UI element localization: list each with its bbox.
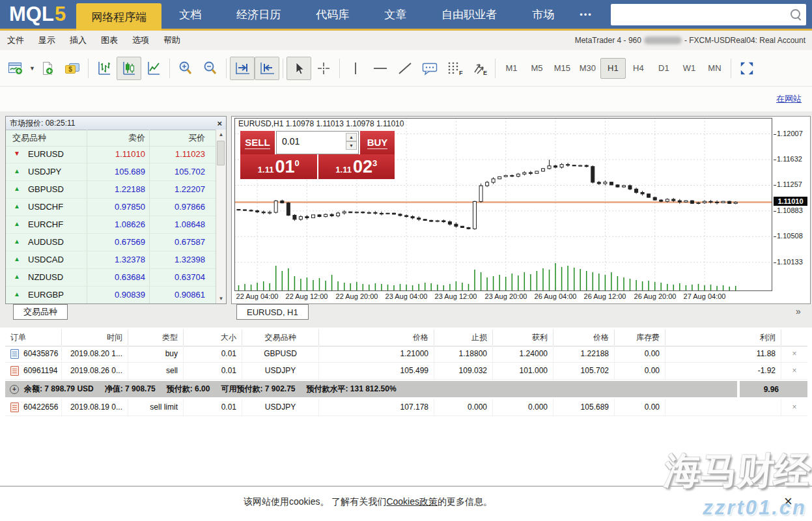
- volume-input[interactable]: [281, 135, 342, 147]
- orders-column-header[interactable]: [781, 330, 807, 346]
- menu-插入[interactable]: 插入: [63, 35, 94, 46]
- cookies-policy-link[interactable]: Cookies政策: [386, 496, 438, 507]
- horizontal-line-button[interactable]: [368, 57, 393, 80]
- column-buy[interactable]: 买价: [188, 132, 205, 144]
- menu-图表[interactable]: 图表: [94, 35, 125, 46]
- volume-field[interactable]: ▲ ▼: [276, 131, 359, 154]
- nav-item-文档[interactable]: 文档: [161, 0, 219, 29]
- orders-column-header[interactable]: 时间: [62, 330, 128, 346]
- timeframe-M1[interactable]: M1: [499, 58, 524, 79]
- orders-column-header[interactable]: 库存费: [615, 330, 665, 346]
- market-watch-titlebar[interactable]: 市场报价: 08:25:11 ×: [6, 117, 226, 130]
- orders-column-header[interactable]: 获利: [493, 330, 553, 346]
- orders-column-header[interactable]: 价格: [553, 330, 615, 346]
- menu-帮助[interactable]: 帮助: [156, 35, 188, 46]
- trendline-button[interactable]: [393, 57, 417, 80]
- tabs-more-icon[interactable]: »: [796, 306, 801, 317]
- scroll-up-icon[interactable]: ▲: [216, 130, 226, 139]
- nav-item-more[interactable]: •••: [572, 0, 600, 29]
- auto-scroll-button[interactable]: [230, 57, 255, 80]
- market-watch-row-AUDUSD[interactable]: ▲AUDUSD0.675690.67587: [6, 234, 216, 251]
- chart-shift-button[interactable]: [255, 57, 279, 80]
- line-chart-button[interactable]: [141, 57, 166, 80]
- orders-column-header[interactable]: 大小: [184, 330, 242, 346]
- market-watch-row-USDCAD[interactable]: ▲USDCAD1.323781.32398: [6, 251, 216, 269]
- volume-increase-icon[interactable]: ▲: [346, 133, 357, 141]
- indicators-button[interactable]: F: [442, 57, 467, 80]
- crosshair-button[interactable]: [311, 57, 336, 80]
- timeframe-MN[interactable]: MN: [702, 58, 727, 79]
- bar-chart-button[interactable]: [92, 57, 117, 80]
- orders-column-header[interactable]: 订单: [5, 330, 62, 346]
- orders-column-header[interactable]: 价格: [319, 330, 434, 346]
- chart-panel[interactable]: EURUSD,H1 1.10978 1.11013 1.10978 1.1101…: [231, 116, 811, 304]
- market-watch-scrollbar[interactable]: ▲ ▼: [216, 130, 226, 303]
- nav-item-市场[interactable]: 市场: [514, 0, 572, 29]
- column-symbol[interactable]: 交易品种: [12, 132, 46, 144]
- timeframe-M30[interactable]: M30: [575, 58, 600, 79]
- text-label-button[interactable]: [417, 57, 442, 80]
- objects-button[interactable]: E: [467, 57, 492, 80]
- scrollbar-thumb[interactable]: [217, 141, 225, 165]
- search-icon[interactable]: [791, 9, 800, 19]
- timeframe-M5[interactable]: M5: [524, 58, 550, 79]
- new-chart-dropdown-caret[interactable]: ▼: [29, 65, 35, 72]
- vertical-line-button[interactable]: [343, 57, 368, 80]
- timeframe-H4[interactable]: H4: [626, 58, 651, 79]
- market-watch-row-EURUSD[interactable]: ▼EURUSD1.110101.11023: [6, 146, 216, 163]
- scroll-down-icon[interactable]: ▼: [216, 294, 226, 303]
- zoom-in-button[interactable]: [173, 57, 198, 80]
- market-watch-row-NZDUSD[interactable]: ▲NZDUSD0.636840.63704: [6, 269, 216, 287]
- close-order-icon[interactable]: ×: [792, 349, 796, 358]
- orders-column-header[interactable]: 类型: [128, 330, 184, 346]
- timeframe-W1[interactable]: W1: [677, 58, 702, 79]
- zoom-out-button[interactable]: [198, 57, 223, 80]
- search-box[interactable]: [611, 4, 806, 25]
- market-watch-close-icon[interactable]: ×: [217, 119, 222, 128]
- nav-item-经济日历[interactable]: 经济日历: [219, 0, 298, 29]
- symbols-button[interactable]: $: [60, 57, 85, 80]
- order-row-60422656[interactable]: 604226562019.08.19 0...sell limit0.01USD…: [5, 399, 807, 416]
- buy-button[interactable]: BUY: [360, 131, 395, 154]
- cursor-button[interactable]: [287, 57, 311, 80]
- order-row-60435876[interactable]: 604358762019.08.20 1...buy0.01GBPUSD1.21…: [5, 345, 807, 363]
- tab-chart-eurusd-h1[interactable]: EURUSD, H1: [236, 304, 309, 320]
- market-watch-row-USDCHF[interactable]: ▲USDCHF0.978500.97866: [6, 199, 216, 216]
- timeframe-M15[interactable]: M15: [550, 58, 575, 79]
- nav-item-自由职业者[interactable]: 自由职业者: [424, 0, 514, 29]
- orders-column-header[interactable]: 止损: [434, 330, 493, 346]
- fullscreen-button[interactable]: [735, 57, 759, 80]
- market-watch-row-GBPUSD[interactable]: ▲GBPUSD1.221881.22207: [6, 181, 216, 199]
- nav-item-代码库[interactable]: 代码库: [298, 0, 367, 29]
- orders-column-header[interactable]: 交易品种: [242, 330, 319, 346]
- search-input[interactable]: [615, 7, 785, 23]
- order-cell: -1.92: [665, 362, 781, 380]
- close-order-icon[interactable]: ×: [792, 366, 796, 375]
- close-order-icon[interactable]: ×: [792, 402, 796, 412]
- nav-item-网络程序端[interactable]: 网络程序端: [76, 3, 161, 31]
- on-website-link[interactable]: 在网站: [776, 93, 802, 105]
- market-watch-row-EURGBP[interactable]: ▲EURGBP0.908390.90861: [6, 287, 216, 304]
- orders-column-header[interactable]: 利润: [665, 330, 781, 346]
- menu-文件[interactable]: 文件: [0, 35, 31, 46]
- expand-balance-icon[interactable]: +: [10, 385, 19, 394]
- column-sell[interactable]: 卖价: [128, 132, 145, 144]
- market-watch-row-USDJPY[interactable]: ▲USDJPY105.689105.702: [6, 163, 216, 181]
- candlestick-chart-button[interactable]: [117, 57, 141, 80]
- buy-price[interactable]: 1.11 02 3: [318, 154, 395, 179]
- tab-market-watch[interactable]: 交易品种: [13, 304, 68, 320]
- timeframe-D1[interactable]: D1: [651, 58, 677, 79]
- cookie-close-icon[interactable]: ×: [784, 493, 792, 510]
- new-chart-button[interactable]: [4, 57, 29, 80]
- menu-显示[interactable]: 显示: [31, 35, 63, 46]
- sell-button[interactable]: SELL: [240, 131, 275, 154]
- sell-price[interactable]: 1.11 01 0: [240, 154, 317, 179]
- volume-decrease-icon[interactable]: ▼: [346, 141, 357, 150]
- new-order-button[interactable]: [35, 57, 60, 80]
- nav-item-文章[interactable]: 文章: [367, 0, 424, 29]
- mql5-logo[interactable]: MQL 5: [0, 0, 76, 29]
- order-row-60961194[interactable]: 609611942019.08.26 0...sell0.01USDJPY105…: [5, 362, 807, 380]
- timeframe-H1[interactable]: H1: [600, 58, 626, 79]
- menu-选项[interactable]: 选项: [125, 35, 156, 46]
- market-watch-row-EURCHF[interactable]: ▲EURCHF1.086261.08648: [6, 216, 216, 234]
